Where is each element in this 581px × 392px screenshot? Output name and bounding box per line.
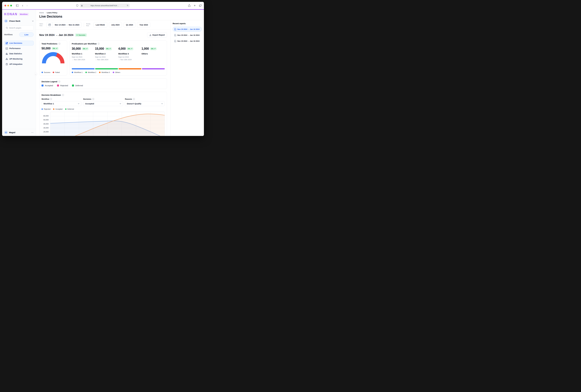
sidebar-toggle-icon[interactable] (16, 4, 19, 7)
info-icon[interactable]: i (133, 98, 135, 100)
delta-badge: 5% (52, 47, 58, 50)
decisions-select-label: Decisions (83, 98, 91, 100)
reload-icon[interactable]: ↻ (127, 4, 128, 7)
decision-legend-card: Decision Legend i Accepted Rejected Defe… (39, 78, 167, 89)
decision-breakdown-title: Decision Breakdown (41, 94, 61, 96)
forward-button[interactable]: › (26, 4, 27, 7)
breakdown-chart: 20,00030,00040,00050,00060,000 (41, 112, 165, 136)
total-predictions-card: Total Predictions i 50,000 5% (39, 40, 67, 76)
breadcrumb-current: Loans Policy (47, 12, 57, 14)
org-switcher[interactable]: CB Chase Bank (4, 19, 34, 23)
live-toggle[interactable]: Live (19, 32, 34, 37)
date-to: Nov 21 2023 (69, 24, 79, 26)
sidebar-item-api-monitoring[interactable]: API Monitoring (4, 56, 34, 61)
filter-bar: Takes Time Nov 14 2023 (36, 20, 170, 30)
user-menu-icon[interactable]: ⋯ (31, 131, 34, 134)
sidebar-item-label: API Monitoring (9, 58, 22, 60)
workflow-select[interactable]: Workflow 1 (41, 101, 81, 106)
column-chart-icon (6, 52, 8, 55)
sidebar-item-live-decisions[interactable]: Live Decisions (4, 41, 34, 46)
info-icon[interactable]: i (58, 43, 60, 45)
reasons-select[interactable]: Doesn’t Qualify (125, 101, 165, 106)
chevron-right-icon: › (67, 24, 67, 26)
tab-overview-icon[interactable] (199, 4, 202, 7)
predictions-per-workflow-card: Predications per Workflow i 30,000 5% (69, 40, 167, 76)
reasons-select-label: Reasons (125, 98, 132, 100)
export-report-button[interactable]: Export Report (147, 32, 167, 38)
recent-report-item[interactable]: Nov 19 2024 → Jan 16 2024 (173, 27, 202, 32)
sidebar: KONAN Workflow CB Chase Bank (2, 10, 36, 136)
info-icon[interactable]: i (92, 98, 94, 100)
date-range-picker[interactable]: Nov 14 2023 › Nov 21 2023 (46, 22, 82, 28)
breadcrumb: Home › Loans Policy (39, 12, 200, 14)
org-avatar: CB (4, 19, 8, 23)
minimize-window-button[interactable] (7, 5, 9, 6)
recent-reports-panel: Recent reports Nov 19 2024 → Jan 16 2024… (170, 20, 204, 136)
sidebar-item-label: Performance (9, 47, 21, 50)
back-button[interactable]: ‹ (22, 4, 23, 7)
breakdown-chart-legend: Rejected Accepted Deferred (41, 108, 165, 110)
url-bar[interactable]: https://konan.ai/workflow/3e6f7416-... ↻ (80, 4, 130, 8)
info-icon[interactable]: i (62, 94, 64, 96)
divider (84, 22, 84, 27)
privacy-shield-icon[interactable] (76, 4, 78, 7)
user-row: AV Maged ⋯ (2, 129, 36, 136)
sidebar-item-api-integration[interactable]: API Integration (4, 62, 34, 66)
workflows-label: Workflows (4, 34, 12, 36)
preset-last-week[interactable]: Last Week (93, 22, 107, 28)
zoom-window-button[interactable] (10, 5, 12, 6)
konan-logo: KONAN (4, 12, 17, 16)
sidebar-item-label: Live Decisions (9, 42, 22, 44)
decision-legend-title: Decision Legend (41, 80, 57, 83)
total-predictions-title: Total Predictions (41, 42, 57, 45)
new-tab-button[interactable]: + (194, 4, 196, 7)
decision-breakdown-card: Decision Breakdown i Workflowi Workflow … (39, 92, 167, 136)
user-name: Maged (9, 131, 30, 134)
workflow-select-label: Workflow (41, 98, 49, 100)
chevron-down-icon (32, 20, 34, 22)
webhook-icon (6, 58, 8, 60)
recent-report-item[interactable]: Nov 19 2024 → Jan 16 2024 (173, 32, 202, 38)
chevron-down-icon (161, 103, 163, 104)
page-header: Home › Loans Policy Live Decisions (36, 10, 204, 20)
workflow-badge: Workflow (19, 13, 29, 16)
sidebar-collapse-button[interactable]: ‹ (34, 72, 37, 76)
chevron-down-icon (78, 103, 79, 104)
page-title: Live Decisions (39, 14, 200, 18)
recent-reports-title: Recent reports (173, 22, 202, 24)
url-text: https://konan.ai/workflow/3e6f7416-... (83, 4, 126, 6)
info-icon[interactable]: i (50, 98, 52, 100)
trending-up-icon (154, 48, 156, 49)
workflow-legend: Workflow 1 Workflow 2 Workflow 3 Others (72, 72, 165, 73)
recent-report-item[interactable]: Nov 19 2024 → Jan 16 2024 (173, 38, 202, 44)
ready-now-label: Ready Now (86, 23, 92, 27)
breadcrumb-home[interactable]: Home (39, 12, 44, 14)
bar-chart-icon (6, 47, 8, 50)
sidebar-item-performance[interactable]: Performance (4, 46, 34, 51)
y-axis-tick: 30,000 (43, 127, 49, 129)
date-from: Nov 14 2023 (55, 24, 65, 26)
status-badge: Success (75, 34, 87, 37)
workflow-share-bar (72, 68, 165, 70)
info-icon[interactable]: i (98, 43, 100, 45)
lock-icon (81, 4, 83, 6)
workflow-stat: 15,000 5% Workflow 2 Sept 1st 2024→ Nov … (95, 47, 118, 61)
sidebar-item-data-statistics[interactable]: Data Statistics (4, 51, 34, 56)
preset-q1-2024[interactable]: Q1 2024 (124, 22, 135, 28)
clipboard-code-icon (6, 63, 8, 65)
share-icon[interactable] (188, 4, 190, 7)
preset-year-2023[interactable]: Year 2023 (137, 22, 150, 28)
sidebar-item-label: Data Statistics (9, 52, 22, 55)
decisions-select[interactable]: Accepted (83, 101, 123, 106)
trending-up-icon (109, 48, 111, 49)
predictions-gauge (42, 52, 64, 63)
search-input[interactable] (9, 27, 32, 29)
trending-up-icon (86, 48, 87, 49)
report-range-title: Nov 19 2024 → Jan 16 2024 (39, 34, 73, 36)
takes-time-label: Takes Time (39, 23, 45, 27)
predications-per-workflow-title: Predications per Workflow (72, 42, 96, 45)
close-window-button[interactable] (4, 5, 6, 6)
info-icon[interactable]: i (58, 80, 60, 82)
preset-july-2024[interactable]: July 2024 (109, 22, 122, 28)
status-dot (77, 34, 77, 36)
